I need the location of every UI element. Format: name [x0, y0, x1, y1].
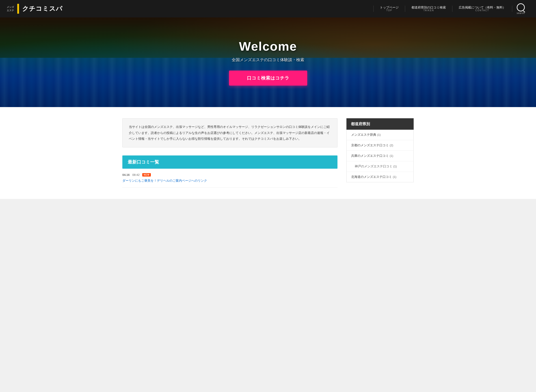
- sidebar-item-label: 北海道のメンズエステ口コミ: [351, 175, 392, 178]
- nav-contact-sub: CONTACT: [459, 9, 506, 12]
- sidebar-item-count: (1): [393, 165, 397, 168]
- hero-title: Welcome: [229, 39, 307, 54]
- nav-contact-label: 広告掲載について（有料・無料）: [459, 6, 506, 9]
- new-badge: NEW: [142, 173, 151, 177]
- list-item[interactable]: 兵庫のメンズエステ口コミ (1): [347, 151, 414, 161]
- sidebar-item-label: メンズエステ辞典: [351, 133, 376, 136]
- description-box: 当サイトは全国のメンズエステ、出張マッサージなど、男性専用のオイルマッサージ、リ…: [122, 118, 338, 147]
- description-text: 当サイトは全国のメンズエステ、出張マッサージなど、男性専用のオイルマッサージ、リ…: [129, 124, 331, 142]
- search-icon: [517, 3, 525, 11]
- nav-item-review[interactable]: 都道府県別の口コミ検索 TAIKEN: [405, 6, 452, 12]
- sidebar-item-label: 兵庫のメンズエステ口コミ: [351, 154, 389, 158]
- logo-yellow-bar: [17, 4, 19, 14]
- list-item[interactable]: 北海道のメンズエステ口コミ (1): [347, 172, 414, 182]
- main-nav: トップページ TOP 都道府県別の口コミ検索 TAIKEN 広告掲載について（有…: [373, 3, 529, 14]
- sidebar-list: メンズエステ辞典 (1)京都のメンズエステ口コミ (2)兵庫のメンズエステ口コミ…: [346, 130, 414, 182]
- search-label: search: [517, 12, 525, 14]
- hero-cta-button[interactable]: 口コミ検索はコチラ: [229, 70, 307, 86]
- review-title-link[interactable]: ダーリンにもご褒美を！デリヘルのご案内ページへのリンク: [122, 178, 338, 183]
- sidebar-item-count: (2): [390, 144, 393, 147]
- nav-review-label: 都道府県別の口コミ検索: [411, 6, 446, 9]
- list-item[interactable]: メンズエステ辞典 (1): [347, 130, 414, 140]
- nav-review-sub: TAIKEN: [411, 9, 446, 12]
- hero-subtitle: 全国メンズエステの口コミ体験談・検索: [229, 57, 307, 62]
- header: メンズ エステ クチコミスパ トップページ TOP 都道府県別の口コミ検索 TA…: [0, 0, 536, 18]
- sidebar-item-count: (1): [390, 154, 393, 158]
- logo-main-text: クチコミスパ: [22, 5, 62, 13]
- search-button[interactable]: search: [512, 3, 529, 14]
- reviews-list: 04.16 08:42 NEW ダーリンにもご褒美を！デリヘルのご案内ページへの…: [122, 169, 338, 188]
- list-item[interactable]: 京都のメンズエステ口コミ (2): [347, 140, 414, 151]
- sidebar-item-label: 神戸のメンズエステ口コミ: [355, 164, 392, 168]
- review-meta: 04.16 08:42 NEW: [122, 173, 338, 177]
- left-column: 当サイトは全国のメンズエステ、出張マッサージなど、男性専用のオイルマッサージ、リ…: [122, 118, 338, 188]
- content-area: 当サイトは全国のメンズエステ、出張マッサージなど、男性専用のオイルマッサージ、リ…: [122, 118, 414, 188]
- nav-item-top[interactable]: トップページ TOP: [373, 6, 405, 12]
- nav-top-sub: TOP: [380, 9, 399, 12]
- logo-small-text-line2: エステ: [7, 9, 14, 12]
- sidebar-heading: 都道府県別: [346, 118, 414, 130]
- nav-item-contact[interactable]: 広告掲載について（有料・無料） CONTACT: [452, 6, 512, 12]
- latest-reviews-header: 最新口コミ一覧: [122, 155, 338, 169]
- review-time: 08:42: [132, 173, 140, 177]
- right-sidebar: 都道府県別 メンズエステ辞典 (1)京都のメンズエステ口コミ (2)兵庫のメンズ…: [346, 118, 414, 188]
- sidebar-prefecture-section: 都道府県別 メンズエステ辞典 (1)京都のメンズエステ口コミ (2)兵庫のメンズ…: [346, 118, 414, 182]
- table-row: 04.16 08:42 NEW ダーリンにもご褒美を！デリヘルのご案内ページへの…: [122, 169, 338, 188]
- list-item[interactable]: 神戸のメンズエステ口コミ (1): [347, 161, 414, 172]
- hero-section: Welcome 全国メンズエステの口コミ体験談・検索 口コミ検索はコチラ: [0, 18, 536, 107]
- logo-area: メンズ エステ クチコミスパ: [7, 4, 62, 14]
- hero-content: Welcome 全国メンズエステの口コミ体験談・検索 口コミ検索はコチラ: [229, 39, 307, 86]
- sidebar-item-label: 京都のメンズエステ口コミ: [351, 143, 389, 147]
- review-date: 04.16: [122, 173, 130, 177]
- sidebar-item-count: (1): [393, 175, 396, 178]
- logo-small-text-line1: メンズ: [7, 5, 14, 9]
- sidebar-item-count: (1): [377, 133, 381, 136]
- main-wrapper: 当サイトは全国のメンズエステ、出張マッサージなど、男性専用のオイルマッサージ、リ…: [0, 107, 536, 199]
- nav-top-label: トップページ: [380, 6, 399, 9]
